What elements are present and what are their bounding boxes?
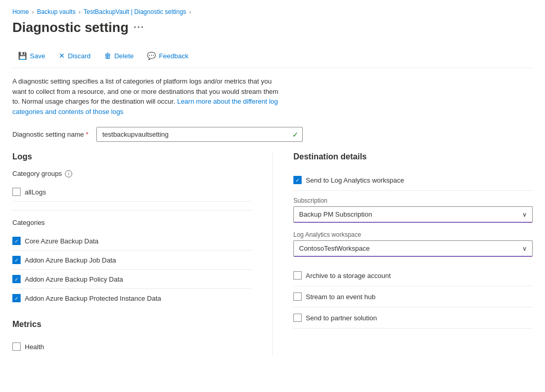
category-label: Addon Azure Backup Job Data bbox=[25, 256, 116, 264]
partner-solution-checkbox[interactable] bbox=[293, 314, 302, 322]
metric-checkbox[interactable] bbox=[12, 342, 21, 351]
breadcrumb-sep-2: › bbox=[78, 9, 80, 15]
stream-event-hub-row[interactable]: Stream to an event hub bbox=[293, 286, 533, 307]
partner-solution-row[interactable]: Send to partner solution bbox=[293, 307, 533, 329]
logs-section-title: Logs bbox=[12, 152, 252, 161]
metric-label: Health bbox=[25, 343, 44, 351]
archive-storage-label: Archive to a storage account bbox=[306, 272, 391, 280]
category-row[interactable]: Addon Azure Backup Protected Instance Da… bbox=[12, 289, 252, 307]
log-workspace-value: ContosoTestWorkspace bbox=[299, 244, 370, 252]
category-label: Addon Azure Backup Protected Instance Da… bbox=[25, 295, 161, 302]
destination-title: Destination details bbox=[293, 152, 533, 161]
metrics-section-title: Metrics bbox=[12, 320, 252, 329]
category-groups-info-icon[interactable]: i bbox=[65, 170, 72, 177]
partner-solution-label: Send to partner solution bbox=[306, 314, 377, 322]
send-log-analytics-checkbox[interactable] bbox=[293, 176, 302, 184]
breadcrumb-vault-settings[interactable]: TestBackupVault | Diagnostic settings bbox=[84, 8, 186, 15]
subscription-field: Subscription Backup PM Subscription ∨ bbox=[293, 197, 533, 223]
discard-label: Discard bbox=[68, 52, 91, 60]
categories-list: Core Azure Backup DataAddon Azure Backup… bbox=[12, 232, 252, 307]
save-button[interactable]: 💾 Save bbox=[12, 48, 51, 63]
categories-label: Categories bbox=[12, 219, 252, 226]
metric-row[interactable]: Health bbox=[12, 337, 252, 356]
category-row[interactable]: Addon Azure Backup Policy Data bbox=[12, 270, 252, 289]
breadcrumb: Home › Backup vaults › TestBackupVault |… bbox=[12, 8, 533, 15]
send-log-analytics-label: Send to Log Analytics workspace bbox=[306, 176, 404, 184]
delete-label: Delete bbox=[114, 52, 134, 60]
input-valid-icon: ✓ bbox=[292, 130, 299, 139]
archive-storage-checkbox[interactable] bbox=[293, 271, 302, 280]
delete-button[interactable]: 🗑 Delete bbox=[98, 48, 140, 63]
save-icon: 💾 bbox=[18, 52, 27, 60]
category-checkbox[interactable] bbox=[12, 275, 21, 283]
all-logs-checkbox[interactable] bbox=[12, 188, 21, 196]
breadcrumb-backup-vaults[interactable]: Backup vaults bbox=[37, 8, 76, 15]
category-checkbox[interactable] bbox=[12, 294, 21, 302]
category-row[interactable]: Core Azure Backup Data bbox=[12, 232, 252, 251]
subscription-value: Backup PM Subscription bbox=[299, 210, 372, 218]
toolbar: 💾 Save ✕ Discard 🗑 Delete 💬 Feedback bbox=[12, 44, 533, 68]
category-groups-label: Category groups i bbox=[12, 170, 252, 177]
archive-storage-row[interactable]: Archive to a storage account bbox=[293, 265, 533, 286]
stream-event-hub-label: Stream to an event hub bbox=[306, 293, 375, 301]
log-workspace-chevron-icon: ∨ bbox=[522, 245, 527, 252]
log-workspace-dropdown[interactable]: ContosoTestWorkspace ∨ bbox=[293, 240, 533, 257]
discard-button[interactable]: ✕ Discard bbox=[53, 48, 96, 63]
diagnostic-name-label: Diagnostic setting name * bbox=[12, 130, 88, 138]
log-workspace-label: Log Analytics workspace bbox=[293, 231, 533, 238]
category-checkbox[interactable] bbox=[12, 256, 21, 264]
main-layout: Logs Category groups i allLogs Categorie… bbox=[12, 152, 533, 356]
send-log-analytics-row[interactable]: Send to Log Analytics workspace bbox=[293, 170, 533, 191]
feedback-button[interactable]: 💬 Feedback bbox=[141, 48, 194, 63]
subscription-dropdown[interactable]: Backup PM Subscription ∨ bbox=[293, 206, 533, 223]
diagnostic-name-input[interactable] bbox=[96, 127, 303, 142]
metrics-list: Health bbox=[12, 337, 252, 356]
page-title: Diagnostic setting bbox=[12, 20, 128, 36]
log-workspace-field: Log Analytics workspace ContosoTestWorks… bbox=[293, 231, 533, 257]
right-panel: Destination details Send to Log Analytic… bbox=[272, 152, 533, 356]
left-panel: Logs Category groups i allLogs Categorie… bbox=[12, 152, 272, 356]
required-indicator: * bbox=[86, 130, 88, 138]
category-label: Core Azure Backup Data bbox=[25, 237, 98, 245]
separator-1 bbox=[12, 210, 252, 210]
metrics-section: Metrics Health bbox=[12, 320, 252, 356]
category-row[interactable]: Addon Azure Backup Job Data bbox=[12, 251, 252, 270]
breadcrumb-sep-1: › bbox=[32, 9, 34, 15]
all-logs-label: allLogs bbox=[25, 188, 46, 196]
feedback-icon: 💬 bbox=[147, 52, 156, 60]
breadcrumb-sep-3: › bbox=[189, 9, 191, 15]
save-label: Save bbox=[30, 52, 45, 60]
subscription-label: Subscription bbox=[293, 197, 533, 204]
category-checkbox[interactable] bbox=[12, 237, 21, 245]
delete-icon: 🗑 bbox=[104, 52, 111, 60]
all-logs-checkbox-row[interactable]: allLogs bbox=[12, 183, 252, 202]
more-options-button[interactable]: ··· bbox=[134, 22, 144, 33]
breadcrumb-home[interactable]: Home bbox=[12, 8, 29, 15]
name-input-wrapper: ✓ bbox=[96, 127, 303, 142]
diagnostic-name-field: Diagnostic setting name * ✓ bbox=[12, 127, 533, 142]
discard-icon: ✕ bbox=[59, 52, 65, 60]
description-text: A diagnostic setting specifies a list of… bbox=[12, 76, 280, 117]
page-title-container: Diagnostic setting ··· bbox=[12, 20, 533, 36]
category-label: Addon Azure Backup Policy Data bbox=[25, 275, 123, 283]
stream-event-hub-checkbox[interactable] bbox=[293, 292, 302, 301]
subscription-chevron-icon: ∨ bbox=[522, 211, 527, 218]
feedback-label: Feedback bbox=[159, 52, 188, 60]
